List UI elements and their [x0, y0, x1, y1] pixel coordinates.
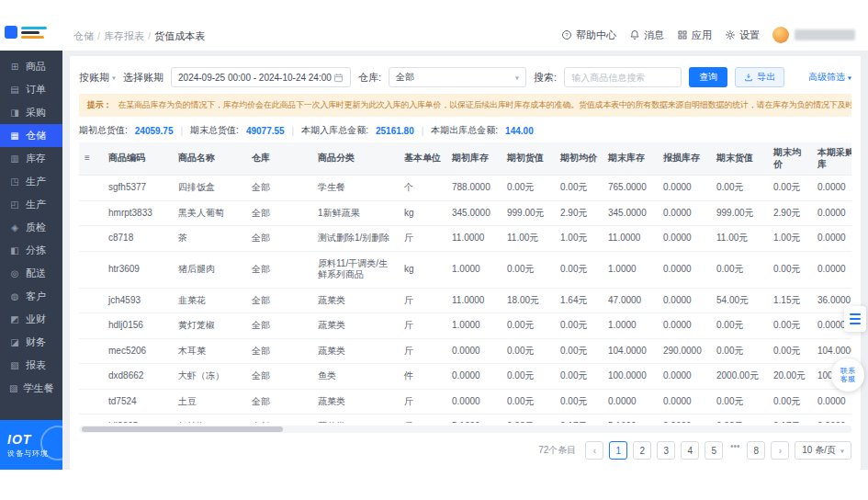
column-header[interactable]: 期初货值: [502, 142, 555, 176]
column-header[interactable]: 期初库存: [446, 142, 502, 176]
column-header[interactable]: 报损库存: [658, 142, 711, 176]
sidebar-item-7[interactable]: ◈质检: [0, 216, 62, 239]
table-cell: 蔬菜类: [312, 389, 399, 415]
table-row[interactable]: hdlj0156黄灯笼椒全部蔬菜类斤1.00000.00元0.00元1.0000…: [79, 313, 851, 339]
table-row[interactable]: hlj2665红辣椒全部蔬菜类斤5.16000.88元0.17元5.16000.…: [79, 415, 851, 424]
column-header[interactable]: 商品名称: [173, 142, 246, 176]
column-header[interactable]: 本期采购入库: [812, 142, 851, 176]
table-cell: 1.64元: [555, 288, 603, 313]
table-row[interactable]: td7524土豆全部蔬菜类斤0.00000.00元0.00元0.00000.00…: [79, 389, 851, 415]
table-cell: 0.17元: [768, 415, 812, 424]
settings-button[interactable]: 设置: [725, 28, 760, 42]
page-button-3[interactable]: 3: [657, 441, 675, 460]
sidebar-item-2[interactable]: ◨采购: [0, 101, 62, 124]
table-cell: 0.00元: [502, 176, 555, 201]
username-blurred: [795, 29, 855, 40]
content-card: 按账期 ▾ 选择账期 2024-09-25 00:00 - 2024-10-24…: [70, 56, 861, 470]
summary-separator: |: [292, 126, 295, 136]
summary-label: 本期入库总金额:: [301, 124, 368, 137]
column-header[interactable]: 基本单位: [399, 142, 446, 176]
table-cell: 蔬菜类: [312, 338, 399, 364]
sorting-icon: ◧: [9, 245, 20, 256]
bell-icon: [629, 29, 640, 40]
next-page-button[interactable]: ›: [771, 441, 789, 460]
sidebar-item-5[interactable]: ◳生产: [0, 170, 62, 193]
sidebar-item-6[interactable]: ◰生产: [0, 193, 62, 216]
row-leading-cell: [79, 176, 103, 201]
iot-footer[interactable]: IOT 设备与环境: [0, 420, 62, 470]
column-header[interactable]: 商品编码: [103, 142, 173, 176]
search-input[interactable]: [564, 67, 682, 87]
table-cell: 0.00元: [502, 313, 555, 339]
advanced-filter-toggle[interactable]: 高级筛选 ▾: [808, 71, 851, 84]
column-header[interactable]: 期末货值: [711, 142, 768, 176]
sidebar-item-4[interactable]: ▥库存: [0, 147, 62, 170]
table-row[interactable]: hmrpt3833黑美人葡萄全部1新鲜蔬果kg345.0000999.00元2.…: [79, 200, 851, 226]
table-cell: 2000.00元: [711, 364, 768, 390]
table-row[interactable]: htr3609猪后腿肉全部原料11/干调类/生鲜系列商品kg1.00000.00…: [79, 251, 851, 288]
sidebar-item-12[interactable]: ◪财务: [0, 331, 62, 354]
page-size-select[interactable]: 10 条/页 ▾: [795, 441, 851, 460]
table-row[interactable]: mec5206木耳菜全部蔬菜类斤0.00000.00元0.00元104.0000…: [79, 338, 851, 364]
table-row[interactable]: jch4593韭菜花全部蔬菜类斤11.000018.00元1.64元47.000…: [79, 288, 851, 313]
prev-page-button[interactable]: ‹: [585, 441, 603, 460]
apps-button[interactable]: 应用: [677, 28, 712, 42]
service-panel-toggle[interactable]: [844, 306, 866, 332]
summary-label: 期末总货值:: [190, 124, 239, 137]
breadcrumb-inventory-report[interactable]: 库存报表: [104, 29, 151, 43]
sidebar-item-11[interactable]: ◩业财: [0, 308, 62, 331]
table-cell: 0.0000: [446, 338, 502, 364]
table-row[interactable]: c8718茶全部测试删除1/别删除斤11.000011.00元1.00元11.0…: [79, 226, 851, 252]
sidebar-item-0[interactable]: ⊞商品: [0, 55, 62, 78]
scrollbar-thumb[interactable]: [82, 426, 283, 432]
sidebar-item-3[interactable]: ▦仓储: [0, 124, 62, 147]
table-row[interactable]: sgfh5377四排饭盒全部学生餐个788.00000.00元0.00元765.…: [79, 176, 851, 201]
table-cell: 斤: [399, 226, 446, 252]
sidebar-item-8[interactable]: ◧分拣: [0, 239, 62, 262]
row-leading-cell: [79, 389, 103, 415]
warehouse-select[interactable]: 全部 ▾: [389, 67, 526, 87]
column-settings-header[interactable]: ≡: [79, 142, 103, 176]
sidebar-item-14[interactable]: ▨学生餐: [0, 377, 62, 400]
page-button-4[interactable]: 4: [681, 441, 699, 460]
table-cell: 茶: [173, 226, 246, 252]
date-range-input[interactable]: 2024-09-25 00:00 - 2024-10-24 24:00: [171, 67, 351, 87]
row-leading-cell: [79, 364, 103, 390]
sidebar-item-label: 订单: [26, 83, 46, 97]
messages-button[interactable]: 消息: [629, 28, 664, 42]
column-header[interactable]: 仓库: [246, 142, 312, 176]
sidebar-item-1[interactable]: ▤订单: [0, 78, 62, 101]
sidebar-item-13[interactable]: ▧报表: [0, 354, 62, 377]
column-header[interactable]: 期末库存: [603, 142, 658, 176]
table-cell: 0.00元: [502, 251, 555, 288]
page-button-8[interactable]: 8: [747, 441, 765, 460]
table-cell: 蔬菜类: [312, 415, 399, 424]
breadcrumb-warehouse[interactable]: 仓储: [73, 29, 100, 43]
finance-icon: ◪: [9, 337, 20, 347]
sidebar-item-label: 财务: [26, 335, 46, 349]
table-row[interactable]: dxd8662大虾（冻）全部鱼类件0.00000.00元0.00元100.000…: [79, 364, 851, 390]
period-type-select[interactable]: 按账期 ▾: [79, 71, 116, 85]
table-cell: 0.00元: [502, 338, 555, 364]
page-button-5[interactable]: 5: [705, 441, 723, 460]
table-cell: 测试删除1/别删除: [312, 226, 399, 252]
page-button-2[interactable]: 2: [633, 441, 651, 460]
help-center-button[interactable]: ? 帮助中心: [561, 28, 616, 42]
sidebar-item-9[interactable]: ◎配送: [0, 262, 62, 285]
query-button[interactable]: 查询: [689, 67, 727, 87]
table-cell: 0.00元: [768, 338, 812, 364]
column-header[interactable]: 商品分类: [312, 142, 399, 176]
user-menu[interactable]: [772, 27, 855, 43]
table-cell: 件: [399, 364, 446, 390]
table-cell: 54.00元: [711, 288, 768, 313]
contact-service-button[interactable]: 联系客服: [831, 358, 864, 392]
sidebar-item-10[interactable]: ◍客户: [0, 285, 62, 308]
column-header[interactable]: 期末均价: [768, 142, 812, 176]
contact-service-label: 联系客服: [840, 367, 856, 383]
sidebar-menu: ⊞商品▤订单◨采购▦仓储▥库存◳生产◰生产◈质检◧分拣◎配送◍客户◩业财◪财务▧…: [0, 51, 62, 420]
horizontal-scrollbar[interactable]: [79, 426, 851, 433]
column-header[interactable]: 期初均价: [555, 142, 603, 176]
warehouse-icon: ▦: [9, 131, 20, 141]
export-button[interactable]: 导出: [735, 67, 784, 87]
page-button-1[interactable]: 1: [609, 441, 627, 460]
